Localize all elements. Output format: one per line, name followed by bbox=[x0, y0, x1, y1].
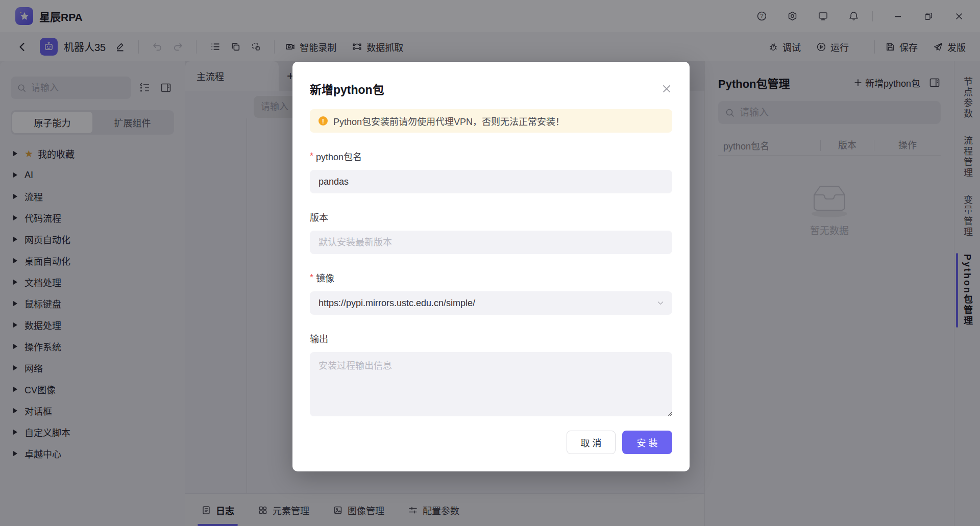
field-output: 输出 bbox=[310, 332, 672, 416]
warning-text: Python包安装前请勿使用代理VPN，否则无法正常安装！ bbox=[333, 114, 565, 128]
warning-icon: ! bbox=[318, 116, 328, 126]
version-input[interactable] bbox=[310, 231, 672, 254]
vpn-warning-banner: ! Python包安装前请勿使用代理VPN，否则无法正常安装！ bbox=[310, 109, 672, 133]
app-window: 星辰RPA ? bbox=[0, 0, 980, 526]
add-python-package-dialog: 新增python包 ! Python包安装前请勿使用代理VPN，否则无法正常安装… bbox=[292, 62, 690, 471]
required-asterisk: * bbox=[310, 151, 313, 162]
install-button[interactable]: 安 装 bbox=[622, 431, 672, 454]
dialog-title: 新增python包 bbox=[310, 80, 384, 97]
output-textarea[interactable] bbox=[310, 352, 672, 416]
field-version: 版本 bbox=[310, 210, 672, 254]
field-label: * 镜像 bbox=[310, 271, 672, 284]
field-mirror: * 镜像 bbox=[310, 271, 672, 315]
cancel-button[interactable]: 取 消 bbox=[567, 431, 616, 454]
field-label: 输出 bbox=[310, 332, 672, 345]
field-label: * python包名 bbox=[310, 149, 672, 163]
field-label: 版本 bbox=[310, 210, 672, 223]
required-asterisk: * bbox=[310, 272, 313, 283]
package-name-input[interactable] bbox=[310, 170, 672, 193]
field-package-name: * python包名 bbox=[310, 149, 672, 193]
dialog-close-icon[interactable] bbox=[661, 83, 672, 94]
mirror-select[interactable] bbox=[310, 291, 672, 315]
